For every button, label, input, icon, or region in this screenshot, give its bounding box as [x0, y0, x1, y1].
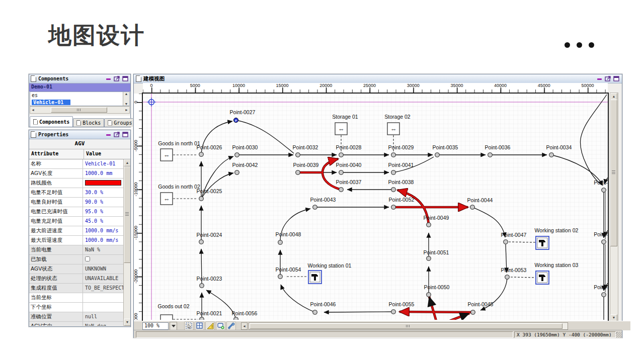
tools-icon[interactable]: [226, 321, 236, 330]
storage-location-box[interactable]: ⇔: [387, 123, 399, 135]
table-row-loaded: 已加载: [29, 255, 130, 264]
map-point[interactable]: [339, 188, 344, 192]
map-point[interactable]: [549, 153, 554, 157]
float-icon[interactable]: [605, 76, 611, 81]
zoom-level-input[interactable]: 100 %: [142, 322, 169, 330]
map-point[interactable]: [296, 153, 300, 157]
working-station-box[interactable]: [536, 236, 549, 249]
canvas-vscrollbar[interactable]: ▲ ▼: [610, 93, 618, 322]
map-point[interactable]: [602, 188, 606, 193]
map-point[interactable]: [427, 293, 431, 297]
map-canvas[interactable]: P: [142, 93, 609, 323]
modeling-titlebar[interactable]: 建模视图: [134, 74, 622, 83]
map-point[interactable]: [505, 275, 510, 280]
scroll-right-icon[interactable]: ►: [125, 108, 128, 112]
route-color-swatch[interactable]: [85, 180, 121, 186]
map-point[interactable]: [200, 317, 204, 320]
point-label: Point-0029: [388, 144, 414, 150]
maximize-icon[interactable]: [122, 76, 129, 81]
properties-title: Properties: [38, 132, 68, 137]
selection-mode-icon[interactable]: [184, 321, 194, 330]
map-point[interactable]: [235, 170, 239, 175]
add-shape-icon[interactable]: [216, 321, 225, 330]
map-point[interactable]: [199, 197, 204, 201]
map-point[interactable]: [391, 205, 396, 210]
scroll-thumb[interactable]: [250, 323, 562, 329]
point-label: Point-0027: [230, 109, 256, 115]
map-point[interactable]: [602, 293, 606, 297]
scroll-down-icon[interactable]: ▼: [610, 314, 617, 321]
map-point[interactable]: [427, 223, 431, 227]
scroll-thumb[interactable]: [51, 107, 107, 113]
storage-location-box[interactable]: ⇔: [335, 123, 347, 135]
components-list[interactable]: es Vehicle-01 ▲▼: [30, 92, 130, 106]
table-row: AGV状态UNKNOWN: [29, 264, 130, 274]
scroll-thumb[interactable]: [124, 166, 130, 263]
measure-icon[interactable]: [205, 321, 215, 330]
scroll-left-icon[interactable]: ◄: [241, 322, 248, 330]
tab-groups[interactable]: Groups: [104, 118, 135, 127]
map-point[interactable]: [488, 153, 493, 157]
minimize-icon[interactable]: [105, 76, 112, 81]
properties-vscrollbar[interactable]: ▲ ▼: [123, 159, 130, 326]
zoom-dropdown-icon[interactable]: [170, 322, 177, 330]
dot-icon: [577, 42, 582, 48]
map-point[interactable]: [199, 240, 204, 244]
map-point[interactable]: [391, 188, 396, 192]
list-item[interactable]: es: [30, 92, 129, 99]
working-station-box[interactable]: [536, 271, 549, 284]
map-point[interactable]: [278, 240, 283, 245]
svg-text:25000: 25000: [363, 83, 376, 88]
map-point[interactable]: [199, 152, 204, 157]
map-point[interactable]: [391, 310, 396, 314]
map-point[interactable]: [504, 240, 508, 244]
goods-location-box[interactable]: ⇔: [160, 193, 173, 205]
location-label: Storage 02: [384, 114, 411, 120]
map-point[interactable]: [435, 153, 440, 157]
map-point[interactable]: [391, 153, 396, 157]
map-point[interactable]: [278, 275, 283, 279]
float-icon[interactable]: [114, 76, 120, 81]
map-point[interactable]: [200, 284, 204, 288]
map-point[interactable]: [313, 310, 317, 315]
scroll-up-icon[interactable]: ▲: [124, 159, 130, 166]
map-point[interactable]: [470, 205, 475, 210]
maximize-icon[interactable]: [122, 132, 129, 137]
goods-location-box[interactable]: ⇔: [160, 149, 173, 161]
resize-grip-icon[interactable]: [616, 332, 621, 337]
loaded-checkbox[interactable]: [85, 256, 90, 261]
components-hscrollbar[interactable]: ◄ ►: [30, 106, 130, 114]
scroll-thumb[interactable]: [610, 100, 617, 246]
components-vscrollbar[interactable]: ▲▼: [123, 92, 129, 106]
map-point[interactable]: [235, 153, 239, 157]
working-station-box[interactable]: [308, 271, 321, 284]
map-point[interactable]: [339, 153, 344, 157]
scroll-left-icon[interactable]: ◄: [31, 108, 35, 112]
properties-titlebar[interactable]: Properties: [29, 130, 130, 139]
tab-components[interactable]: Components: [30, 116, 73, 127]
maximize-icon[interactable]: [613, 76, 620, 81]
map-point[interactable]: [427, 256, 431, 261]
map-point[interactable]: [313, 205, 317, 210]
float-icon[interactable]: [114, 132, 120, 137]
map-point[interactable]: [471, 310, 475, 315]
map-point[interactable]: [234, 317, 238, 320]
scroll-down-icon[interactable]: ▼: [124, 319, 130, 326]
components-titlebar[interactable]: Components: [29, 74, 130, 83]
grid-icon[interactable]: [195, 321, 204, 330]
map-point[interactable]: [391, 170, 396, 175]
map-point[interactable]: [339, 170, 344, 175]
minimize-icon[interactable]: [596, 76, 603, 81]
list-item-selected[interactable]: Vehicle-01: [30, 99, 129, 106]
components-panel: Components Demo-01 es Vehicle-01 ▲▼ ◄ ► …: [29, 74, 131, 127]
canvas-hscrollbar[interactable]: [249, 322, 568, 330]
model-item-demo01[interactable]: Demo-01: [29, 83, 130, 92]
map-point[interactable]: [602, 240, 606, 244]
minimize-icon[interactable]: [105, 132, 112, 137]
scroll-up-icon[interactable]: ▲: [610, 93, 617, 100]
map-svg[interactable]: P: [143, 94, 608, 320]
tab-blocks[interactable]: Blocks: [73, 118, 104, 127]
map-point[interactable]: [296, 170, 300, 175]
goods-location-box[interactable]: ⇔: [160, 315, 173, 320]
point-label: Point-0025: [197, 188, 222, 194]
